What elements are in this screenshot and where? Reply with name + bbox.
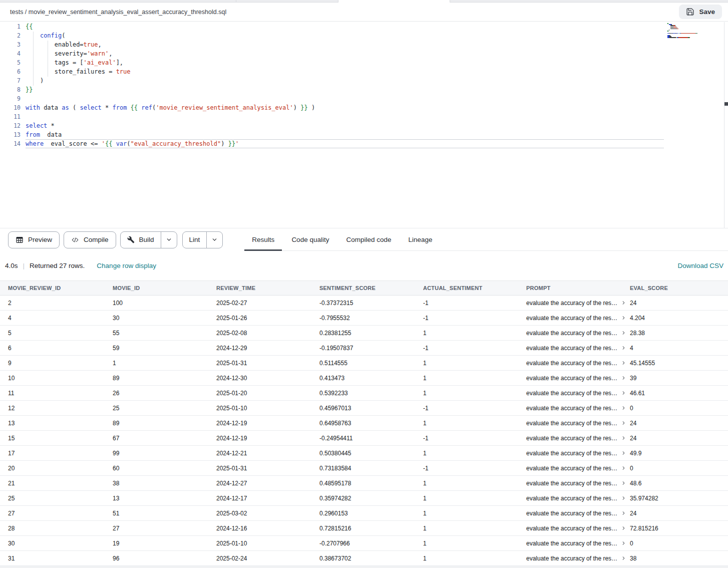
table-row: 27512025-03-020.29601531evaluate the acc… bbox=[0, 506, 728, 521]
editor-minimap[interactable] bbox=[667, 23, 702, 39]
tab-compiled-code[interactable]: Compiled code bbox=[346, 228, 391, 250]
expand-prompt-icon[interactable] bbox=[621, 420, 626, 426]
prompt-text: evaluate the accuracy of the res… bbox=[526, 525, 617, 532]
code-line[interactable]: 6 store_failures = true bbox=[0, 67, 728, 76]
code-line[interactable]: 11 bbox=[0, 112, 728, 121]
cell-review_time: 2024-12-21 bbox=[216, 450, 319, 457]
tab-results[interactable]: Results bbox=[252, 228, 274, 250]
table-row: 4302025-01-26-0.7955532-1evaluate the ac… bbox=[0, 311, 728, 326]
expand-prompt-icon[interactable] bbox=[621, 525, 626, 531]
cell-review_time: 2025-01-10 bbox=[216, 405, 319, 412]
indent-guide bbox=[33, 32, 34, 86]
expand-prompt-icon[interactable] bbox=[621, 375, 626, 381]
code-line[interactable]: 5 tags = ['ai_eval'], bbox=[0, 58, 728, 67]
code-line[interactable]: 9 bbox=[0, 94, 728, 103]
save-button[interactable]: Save bbox=[679, 5, 722, 19]
cell-movie_id: 38 bbox=[113, 480, 216, 487]
build-button[interactable]: Build bbox=[121, 232, 161, 248]
expand-prompt-icon[interactable] bbox=[621, 315, 626, 321]
code-line[interactable]: 12select * bbox=[0, 121, 728, 130]
cell-movie_review_id: 20 bbox=[8, 465, 113, 472]
cell-prompt: evaluate the accuracy of the res… bbox=[526, 510, 630, 517]
cell-prompt: evaluate the accuracy of the res… bbox=[526, 420, 630, 427]
change-row-display-link[interactable]: Change row display bbox=[97, 262, 156, 269]
expand-prompt-icon[interactable] bbox=[621, 465, 626, 471]
cell-movie_review_id: 9 bbox=[8, 360, 113, 367]
code-line[interactable]: 4 severity='warn', bbox=[0, 49, 728, 58]
code-line[interactable]: 3 enabled=true, bbox=[0, 40, 728, 49]
tab-lineage[interactable]: Lineage bbox=[409, 228, 433, 250]
expand-prompt-icon[interactable] bbox=[621, 450, 626, 456]
cell-movie_id: 30 bbox=[113, 315, 216, 322]
code-line[interactable]: 7 ) bbox=[0, 76, 728, 85]
cell-movie_id: 27 bbox=[113, 525, 216, 532]
expand-prompt-icon[interactable] bbox=[621, 390, 626, 396]
code-line[interactable]: 1{{ bbox=[0, 22, 728, 31]
expand-prompt-icon[interactable] bbox=[621, 405, 626, 411]
editor-scrollbar-handle[interactable] bbox=[724, 102, 728, 106]
sql-code-editor[interactable]: 1{{2 config(3 enabled=true,4 severity='w… bbox=[0, 22, 728, 228]
expand-prompt-icon[interactable] bbox=[621, 495, 626, 501]
preview-button[interactable]: Preview bbox=[8, 231, 60, 248]
cell-sentiment_score: -0.37372315 bbox=[319, 300, 423, 307]
compile-button[interactable]: Compile bbox=[64, 231, 116, 248]
code-line-text: select * bbox=[26, 121, 664, 130]
code-line-text: where eval_score <= '{{ var("eval_accura… bbox=[26, 139, 664, 148]
table-row: 31962025-02-240.386737021evaluate the ac… bbox=[0, 551, 728, 566]
code-line-text: with data as ( select * from {{ ref('mov… bbox=[26, 103, 664, 112]
cell-review_time: 2024-12-16 bbox=[216, 525, 319, 532]
cell-review_time: 2024-12-19 bbox=[216, 435, 319, 442]
cell-sentiment_score: -0.24954411 bbox=[319, 435, 423, 442]
tab-code-quality[interactable]: Code quality bbox=[291, 228, 329, 250]
minimap-line bbox=[667, 33, 702, 34]
code-line[interactable]: 14where eval_score <= '{{ var("eval_accu… bbox=[0, 139, 728, 148]
prompt-text: evaluate the accuracy of the res… bbox=[526, 345, 617, 352]
expand-prompt-icon[interactable] bbox=[621, 330, 626, 336]
lint-dropdown-button[interactable] bbox=[206, 232, 222, 248]
cell-movie_review_id: 30 bbox=[8, 540, 113, 547]
save-icon bbox=[686, 8, 694, 16]
expand-prompt-icon[interactable] bbox=[621, 300, 626, 306]
expand-prompt-icon[interactable] bbox=[621, 510, 626, 516]
code-line[interactable]: 2 config( bbox=[0, 31, 728, 40]
query-elapsed-time: 4.0s bbox=[5, 262, 18, 269]
cell-sentiment_score: 0.28381255 bbox=[319, 330, 423, 337]
cell-prompt: evaluate the accuracy of the res… bbox=[526, 330, 630, 337]
cell-movie_id: 100 bbox=[113, 300, 216, 307]
expand-prompt-icon[interactable] bbox=[621, 555, 626, 561]
code-line[interactable]: 8}} bbox=[0, 85, 728, 94]
prompt-text: evaluate the accuracy of the res… bbox=[526, 330, 617, 337]
cell-eval_score: 24 bbox=[630, 300, 728, 307]
cell-movie_review_id: 27 bbox=[8, 510, 113, 517]
prompt-text: evaluate the accuracy of the res… bbox=[526, 555, 617, 562]
code-line-text: {{ bbox=[26, 22, 664, 31]
cell-eval_score: 0 bbox=[630, 540, 728, 547]
code-line-text: severity='warn', bbox=[26, 49, 664, 58]
code-line[interactable]: 10with data as ( select * from {{ ref('m… bbox=[0, 103, 728, 112]
indent-guide bbox=[48, 41, 48, 77]
cell-movie_review_id: 6 bbox=[8, 345, 113, 352]
cell-movie_id: 67 bbox=[113, 435, 216, 442]
cell-sentiment_score: 0.2960153 bbox=[319, 510, 423, 517]
cell-review_time: 2025-01-20 bbox=[216, 390, 319, 397]
expand-prompt-icon[interactable] bbox=[621, 480, 626, 486]
code-line-text: config( bbox=[26, 31, 664, 40]
lint-button[interactable]: Lint bbox=[183, 232, 207, 248]
cell-eval_score: 46.61 bbox=[630, 390, 728, 397]
expand-prompt-icon[interactable] bbox=[621, 345, 626, 351]
cell-eval_score: 24 bbox=[630, 420, 728, 427]
cell-movie_review_id: 28 bbox=[8, 525, 113, 532]
cell-eval_score: 38 bbox=[630, 555, 728, 562]
code-line-text: store_failures = true bbox=[26, 67, 664, 76]
build-dropdown-button[interactable] bbox=[161, 232, 177, 248]
code-line[interactable]: 13from data bbox=[0, 130, 728, 139]
column-header-eval_score: EVAL_SCORE bbox=[630, 285, 728, 291]
cell-movie_review_id: 5 bbox=[8, 330, 113, 337]
download-csv-link[interactable]: Download CSV bbox=[677, 262, 723, 269]
cell-prompt: evaluate the accuracy of the res… bbox=[526, 405, 630, 412]
expand-prompt-icon[interactable] bbox=[621, 435, 626, 441]
cell-review_time: 2025-01-26 bbox=[216, 315, 319, 322]
expand-prompt-icon[interactable] bbox=[621, 540, 626, 546]
expand-prompt-icon[interactable] bbox=[621, 360, 626, 366]
returned-rows-text: Returned 27 rows. bbox=[30, 262, 85, 269]
